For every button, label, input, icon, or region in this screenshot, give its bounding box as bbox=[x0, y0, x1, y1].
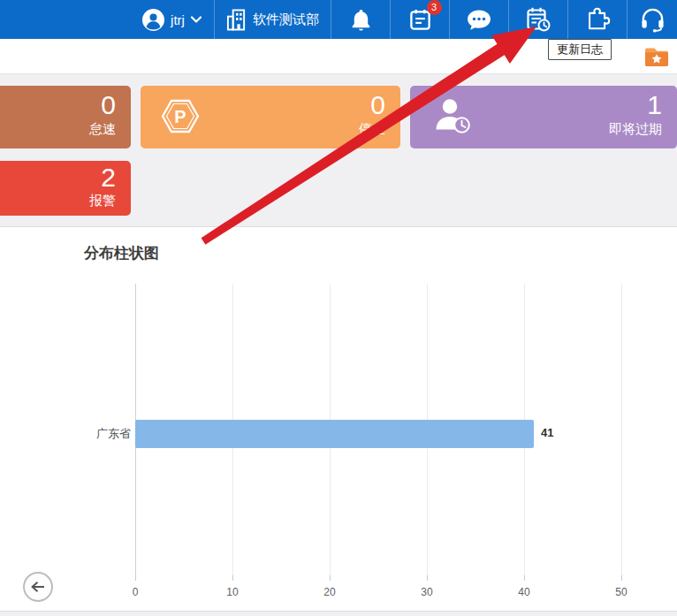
card-value: 2 bbox=[101, 164, 116, 192]
tooltip-text: 更新日志 bbox=[557, 42, 603, 56]
card-value: 1 bbox=[647, 91, 662, 119]
card-value: 0 bbox=[370, 91, 385, 119]
user-avatar-icon bbox=[142, 9, 164, 31]
puzzle-icon bbox=[585, 7, 611, 33]
hexagon-p-icon: P bbox=[160, 97, 201, 139]
x-tick-label: 50 bbox=[604, 586, 639, 598]
tick-mark bbox=[135, 575, 136, 581]
x-tick-label: 40 bbox=[506, 586, 542, 598]
x-tick-label: 20 bbox=[312, 586, 347, 598]
svg-text:P: P bbox=[174, 107, 186, 126]
chat-bubble-icon bbox=[466, 9, 492, 31]
gridline bbox=[621, 284, 622, 575]
card-label: 报警 bbox=[89, 193, 116, 209]
headset-icon bbox=[640, 7, 666, 33]
card-label: 停止 bbox=[359, 121, 385, 137]
tasks-badge: 3 bbox=[427, 0, 442, 15]
bar-value-label: 41 bbox=[541, 426, 553, 439]
department-name: 软件测试部 bbox=[253, 11, 319, 28]
x-tick-label: 10 bbox=[215, 586, 250, 598]
card-label: 即将过期 bbox=[609, 121, 662, 137]
user-name: jtrj bbox=[171, 12, 185, 27]
tick-mark bbox=[621, 575, 622, 581]
back-button[interactable] bbox=[23, 572, 53, 602]
building-icon bbox=[226, 9, 247, 31]
tick-mark bbox=[427, 575, 428, 581]
chart-title: 分布柱状图 bbox=[84, 243, 159, 263]
favorites-folder-icon[interactable] bbox=[643, 45, 670, 68]
user-menu[interactable]: jtrj bbox=[130, 0, 214, 39]
card-value: 0 bbox=[101, 91, 116, 119]
bell-icon bbox=[350, 8, 372, 32]
tasks-button[interactable]: 3 bbox=[390, 0, 449, 39]
changelog-calendar-clock-icon bbox=[525, 6, 551, 33]
chevron-down-icon bbox=[191, 16, 202, 23]
x-tick-label: 0 bbox=[118, 586, 153, 598]
bar-guangdong[interactable] bbox=[135, 420, 534, 448]
tick-mark bbox=[232, 575, 233, 581]
card-label: 怠速 bbox=[89, 121, 116, 137]
support-button[interactable] bbox=[627, 0, 677, 39]
plot-area: 01020304050 41 数量 bbox=[135, 284, 621, 575]
card-expiring[interactable]: 1 即将过期 bbox=[410, 86, 677, 148]
card-stopped[interactable]: P 0 停止 bbox=[141, 86, 400, 148]
tick-mark bbox=[524, 575, 525, 581]
notifications-button[interactable] bbox=[331, 0, 390, 39]
changelog-button[interactable] bbox=[508, 0, 567, 39]
changelog-tooltip: 更新日志 bbox=[548, 39, 612, 60]
category-label: 广东省 bbox=[53, 426, 131, 442]
user-clock-icon bbox=[432, 95, 475, 141]
messages-button[interactable] bbox=[449, 0, 508, 39]
chart-panel: 分布柱状图 01020304050 41 数量 广东省 bbox=[0, 226, 677, 612]
screen: jtrj 软件测试部 bbox=[0, 0, 677, 616]
tick-mark bbox=[330, 575, 331, 581]
plugins-button[interactable] bbox=[567, 0, 627, 39]
card-idle[interactable]: 0 怠速 bbox=[0, 86, 131, 148]
department-selector[interactable]: 软件测试部 bbox=[214, 0, 331, 39]
card-alarm[interactable]: 2 报警 bbox=[0, 161, 131, 216]
x-tick-label: 30 bbox=[409, 586, 445, 598]
back-arrow-icon bbox=[30, 581, 46, 593]
topbar: jtrj 软件测试部 bbox=[0, 0, 677, 39]
